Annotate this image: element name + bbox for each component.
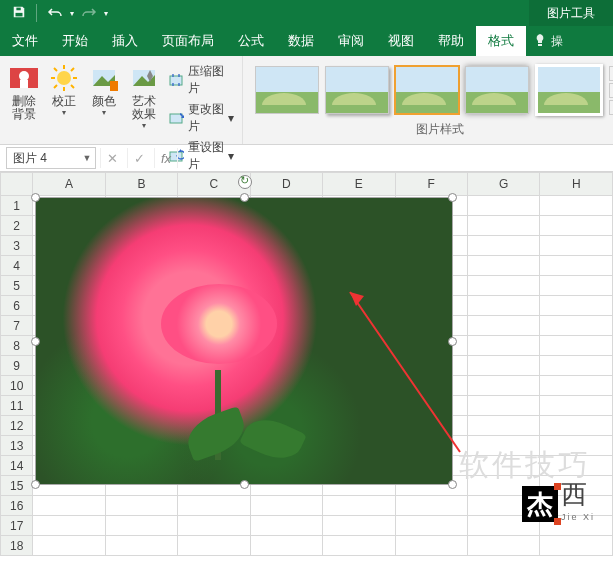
tab-home[interactable]: 开始 xyxy=(50,26,100,56)
picture-style-1[interactable] xyxy=(255,66,319,114)
row-header[interactable]: 4 xyxy=(1,256,33,276)
color-button[interactable]: 颜色 ▾ xyxy=(86,60,122,117)
row-header[interactable]: 16 xyxy=(1,496,33,516)
cell[interactable] xyxy=(395,516,467,536)
save-icon[interactable] xyxy=(12,5,26,22)
picture-style-4[interactable] xyxy=(465,66,529,114)
row-header[interactable]: 3 xyxy=(1,236,33,256)
tab-file[interactable]: 文件 xyxy=(0,26,50,56)
select-all-corner[interactable] xyxy=(1,173,33,196)
row-header[interactable]: 6 xyxy=(1,296,33,316)
row-header[interactable]: 10 xyxy=(1,376,33,396)
col-header[interactable]: D xyxy=(250,173,322,196)
col-header[interactable]: B xyxy=(105,173,177,196)
cell[interactable] xyxy=(540,276,613,296)
picture-style-3[interactable] xyxy=(395,66,459,114)
cell[interactable] xyxy=(540,216,613,236)
cell[interactable] xyxy=(323,496,395,516)
tab-insert[interactable]: 插入 xyxy=(100,26,150,56)
cell[interactable] xyxy=(540,376,613,396)
change-picture-button[interactable]: 更改图片 ▾ xyxy=(166,100,236,136)
cancel-icon[interactable]: ✕ xyxy=(100,148,123,168)
cell[interactable] xyxy=(178,496,250,516)
col-header[interactable]: A xyxy=(33,173,105,196)
cell[interactable] xyxy=(540,536,613,556)
undo-dropdown-icon[interactable]: ▾ xyxy=(70,9,74,18)
tell-me[interactable]: 操 xyxy=(526,26,571,56)
tab-formula[interactable]: 公式 xyxy=(226,26,276,56)
tab-format[interactable]: 格式 xyxy=(476,26,526,56)
cell[interactable] xyxy=(540,196,613,216)
tab-data[interactable]: 数据 xyxy=(276,26,326,56)
cell[interactable] xyxy=(540,396,613,416)
row-header[interactable]: 8 xyxy=(1,336,33,356)
cell[interactable] xyxy=(467,236,539,256)
name-box[interactable]: 图片 4 ▼ xyxy=(6,147,96,169)
cell[interactable] xyxy=(33,516,105,536)
row-header[interactable]: 2 xyxy=(1,216,33,236)
cell[interactable] xyxy=(540,356,613,376)
row-header[interactable]: 1 xyxy=(1,196,33,216)
cell[interactable] xyxy=(250,496,322,516)
cell[interactable] xyxy=(395,536,467,556)
artistic-effects-button[interactable]: 艺术效果 ▾ xyxy=(126,60,162,130)
resize-handle-b[interactable] xyxy=(240,480,249,489)
rotate-handle[interactable] xyxy=(238,175,252,189)
picture-style-5[interactable] xyxy=(535,64,603,116)
undo-icon[interactable] xyxy=(47,6,63,21)
row-header[interactable]: 9 xyxy=(1,356,33,376)
resize-handle-tr[interactable] xyxy=(448,193,457,202)
row-header[interactable]: 17 xyxy=(1,516,33,536)
cell[interactable] xyxy=(323,536,395,556)
cell[interactable] xyxy=(105,516,177,536)
cell[interactable] xyxy=(540,236,613,256)
cell[interactable] xyxy=(105,536,177,556)
compress-pictures-button[interactable]: 压缩图片 xyxy=(166,62,236,98)
row-header[interactable]: 7 xyxy=(1,316,33,336)
confirm-icon[interactable]: ✓ xyxy=(127,148,150,168)
gallery-more-button[interactable]: ▾ xyxy=(609,100,613,115)
redo-icon[interactable] xyxy=(81,6,97,21)
col-header[interactable]: G xyxy=(467,173,539,196)
cell[interactable] xyxy=(540,296,613,316)
row-header[interactable]: 12 xyxy=(1,416,33,436)
cell[interactable] xyxy=(467,216,539,236)
cell[interactable] xyxy=(540,336,613,356)
picture-style-2[interactable] xyxy=(325,66,389,114)
cell[interactable] xyxy=(250,536,322,556)
cell[interactable] xyxy=(33,496,105,516)
cell[interactable] xyxy=(540,316,613,336)
col-header[interactable]: F xyxy=(395,173,467,196)
row-header[interactable]: 5 xyxy=(1,276,33,296)
qat-customize-icon[interactable]: ▾ xyxy=(104,9,108,18)
cell[interactable] xyxy=(178,536,250,556)
row-header[interactable]: 14 xyxy=(1,456,33,476)
cell[interactable] xyxy=(540,416,613,436)
fx-icon[interactable]: fx xyxy=(154,148,177,168)
row-header[interactable]: 11 xyxy=(1,396,33,416)
resize-handle-bl[interactable] xyxy=(31,480,40,489)
row-header[interactable]: 13 xyxy=(1,436,33,456)
cell[interactable] xyxy=(33,536,105,556)
tab-view[interactable]: 视图 xyxy=(376,26,426,56)
cell[interactable] xyxy=(467,536,539,556)
row-header[interactable]: 15 xyxy=(1,476,33,496)
cell[interactable] xyxy=(467,196,539,216)
row-header[interactable]: 18 xyxy=(1,536,33,556)
formula-bar-input[interactable] xyxy=(177,148,613,168)
gallery-down-button[interactable]: ▾ xyxy=(609,83,613,98)
tab-layout[interactable]: 页面布局 xyxy=(150,26,226,56)
cell[interactable] xyxy=(250,516,322,536)
chevron-down-icon[interactable]: ▼ xyxy=(79,153,95,163)
resize-handle-br[interactable] xyxy=(448,480,457,489)
cell[interactable] xyxy=(323,516,395,536)
tab-review[interactable]: 审阅 xyxy=(326,26,376,56)
remove-background-button[interactable]: 删除背景 xyxy=(6,60,42,121)
resize-handle-l[interactable] xyxy=(31,337,40,346)
corrections-button[interactable]: 校正 ▾ xyxy=(46,60,82,117)
col-header[interactable]: H xyxy=(540,173,613,196)
resize-handle-t[interactable] xyxy=(240,193,249,202)
col-header[interactable]: E xyxy=(323,173,395,196)
cell[interactable] xyxy=(178,516,250,536)
cell[interactable] xyxy=(105,496,177,516)
